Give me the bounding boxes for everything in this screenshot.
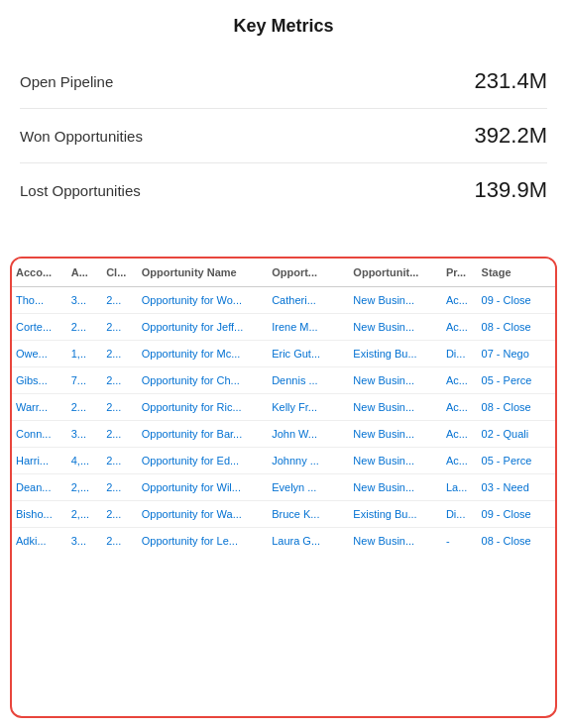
cell-a-7[interactable]: 2,...	[67, 474, 102, 501]
table-row[interactable]: Harri...4,...2...Opportunity for Ed...Jo…	[12, 448, 555, 474]
cell-pr-2[interactable]: Di...	[442, 341, 478, 367]
cell-stage-5[interactable]: 02 - Quali	[478, 421, 555, 448]
cell-pr-0[interactable]: Ac...	[442, 287, 478, 314]
cell-a-2[interactable]: 1,..	[67, 341, 102, 367]
cell-opport-9[interactable]: Laura G...	[268, 528, 349, 555]
cell-oppname-0[interactable]: Opportunity for Wo...	[138, 287, 268, 314]
cell-acco-5[interactable]: Conn...	[12, 421, 67, 448]
table-row[interactable]: Warr...2...2...Opportunity for Ric...Kel…	[12, 394, 555, 421]
cell-acco-8[interactable]: Bisho...	[12, 501, 67, 528]
cell-opportunit-7[interactable]: New Busin...	[349, 474, 442, 501]
cell-a-1[interactable]: 2...	[67, 314, 102, 341]
cell-opport-1[interactable]: Irene M...	[268, 314, 349, 341]
cell-stage-1[interactable]: 08 - Close	[478, 314, 555, 341]
cell-oppname-1[interactable]: Opportunity for Jeff...	[138, 314, 268, 341]
cell-pr-4[interactable]: Ac...	[442, 394, 478, 421]
cell-a-0[interactable]: 3...	[67, 287, 102, 314]
cell-acco-1[interactable]: Corte...	[12, 314, 67, 341]
cell-opportunit-9[interactable]: New Busin...	[349, 528, 442, 555]
cell-acco-3[interactable]: Gibs...	[12, 367, 67, 394]
table-row[interactable]: Owe...1,..2...Opportunity for Mc...Eric …	[12, 341, 555, 367]
cell-pr-9[interactable]: -	[442, 528, 478, 555]
cell-stage-0[interactable]: 09 - Close	[478, 287, 555, 314]
cell-cl-3[interactable]: 2...	[102, 367, 138, 394]
cell-opport-7[interactable]: Evelyn ...	[268, 474, 349, 501]
cell-pr-7[interactable]: La...	[442, 474, 478, 501]
cell-opport-4[interactable]: Kelly Fr...	[268, 394, 349, 421]
cell-a-6[interactable]: 4,...	[67, 448, 102, 474]
cell-cl-5[interactable]: 2...	[102, 421, 138, 448]
cell-oppname-8[interactable]: Opportunity for Wa...	[138, 501, 268, 528]
cell-cl-2[interactable]: 2...	[102, 341, 138, 367]
cell-oppname-2[interactable]: Opportunity for Mc...	[138, 341, 268, 367]
cell-a-4[interactable]: 2...	[67, 394, 102, 421]
table-row[interactable]: Corte...2...2...Opportunity for Jeff...I…	[12, 314, 555, 341]
cell-cl-7[interactable]: 2...	[102, 474, 138, 501]
cell-pr-8[interactable]: Di...	[442, 501, 478, 528]
cell-opport-5[interactable]: John W...	[268, 421, 349, 448]
metric-value-2: 139.9M	[475, 177, 547, 203]
cell-acco-6[interactable]: Harri...	[12, 448, 67, 474]
cell-stage-9[interactable]: 08 - Close	[478, 528, 555, 555]
table-header-row: Acco...A...Cl...Opportunity NameOpport..…	[12, 259, 555, 287]
cell-opport-3[interactable]: Dennis ...	[268, 367, 349, 394]
metric-value-1: 392.2M	[475, 123, 547, 149]
cell-opport-0[interactable]: Catheri...	[268, 287, 349, 314]
table-row[interactable]: Gibs...7...2...Opportunity for Ch...Denn…	[12, 367, 555, 394]
cell-cl-0[interactable]: 2...	[102, 287, 138, 314]
table-row[interactable]: Dean...2,...2...Opportunity for Wil...Ev…	[12, 474, 555, 501]
cell-cl-9[interactable]: 2...	[102, 528, 138, 555]
cell-stage-7[interactable]: 03 - Need	[478, 474, 555, 501]
col-header-opportunit: Opportunit...	[349, 259, 442, 287]
table-row[interactable]: Adki...3...2...Opportunity for Le...Laur…	[12, 528, 555, 555]
cell-pr-3[interactable]: Ac...	[442, 367, 478, 394]
cell-pr-5[interactable]: Ac...	[442, 421, 478, 448]
cell-opportunit-4[interactable]: New Busin...	[349, 394, 442, 421]
table-row[interactable]: Conn...3...2...Opportunity for Bar...Joh…	[12, 421, 555, 448]
cell-opport-6[interactable]: Johnny ...	[268, 448, 349, 474]
col-header-stage: Stage	[478, 259, 555, 287]
cell-acco-9[interactable]: Adki...	[12, 528, 67, 555]
cell-stage-2[interactable]: 07 - Nego	[478, 341, 555, 367]
cell-a-5[interactable]: 3...	[67, 421, 102, 448]
cell-a-9[interactable]: 3...	[67, 528, 102, 555]
cell-opportunit-2[interactable]: Existing Bu...	[349, 341, 442, 367]
cell-pr-6[interactable]: Ac...	[442, 448, 478, 474]
col-header-pr: Pr...	[442, 259, 478, 287]
cell-oppname-9[interactable]: Opportunity for Le...	[138, 528, 268, 555]
cell-oppname-3[interactable]: Opportunity for Ch...	[138, 367, 268, 394]
cell-opportunit-6[interactable]: New Busin...	[349, 448, 442, 474]
cell-stage-8[interactable]: 09 - Close	[478, 501, 555, 528]
cell-cl-6[interactable]: 2...	[102, 448, 138, 474]
cell-oppname-4[interactable]: Opportunity for Ric...	[138, 394, 268, 421]
cell-opport-2[interactable]: Eric Gut...	[268, 341, 349, 367]
cell-a-3[interactable]: 7...	[67, 367, 102, 394]
cell-opportunit-0[interactable]: New Busin...	[349, 287, 442, 314]
cell-stage-3[interactable]: 05 - Perce	[478, 367, 555, 394]
cell-acco-4[interactable]: Warr...	[12, 394, 67, 421]
cell-cl-4[interactable]: 2...	[102, 394, 138, 421]
cell-oppname-7[interactable]: Opportunity for Wil...	[138, 474, 268, 501]
cell-opportunit-3[interactable]: New Busin...	[349, 367, 442, 394]
cell-pr-1[interactable]: Ac...	[442, 314, 478, 341]
metrics-container: Open Pipeline231.4MWon Opportunities392.…	[20, 54, 547, 217]
cell-acco-2[interactable]: Owe...	[12, 341, 67, 367]
cell-acco-0[interactable]: Tho...	[12, 287, 67, 314]
table-row[interactable]: Tho...3...2...Opportunity for Wo...Cathe…	[12, 287, 555, 314]
cell-cl-8[interactable]: 2...	[102, 501, 138, 528]
cell-acco-7[interactable]: Dean...	[12, 474, 67, 501]
cell-stage-6[interactable]: 05 - Perce	[478, 448, 555, 474]
cell-opportunit-5[interactable]: New Busin...	[349, 421, 442, 448]
cell-opport-8[interactable]: Bruce K...	[268, 501, 349, 528]
cell-oppname-6[interactable]: Opportunity for Ed...	[138, 448, 268, 474]
cell-oppname-5[interactable]: Opportunity for Bar...	[138, 421, 268, 448]
table-scroll-container[interactable]: Acco...A...Cl...Opportunity NameOpport..…	[12, 259, 555, 554]
metric-label-1: Won Opportunities	[20, 128, 143, 145]
cell-a-8[interactable]: 2,...	[67, 501, 102, 528]
table-row[interactable]: Bisho...2,...2...Opportunity for Wa...Br…	[12, 501, 555, 528]
cell-opportunit-8[interactable]: Existing Bu...	[349, 501, 442, 528]
metric-row-1: Won Opportunities392.2M	[20, 109, 547, 163]
cell-cl-1[interactable]: 2...	[102, 314, 138, 341]
cell-opportunit-1[interactable]: New Busin...	[349, 314, 442, 341]
cell-stage-4[interactable]: 08 - Close	[478, 394, 555, 421]
